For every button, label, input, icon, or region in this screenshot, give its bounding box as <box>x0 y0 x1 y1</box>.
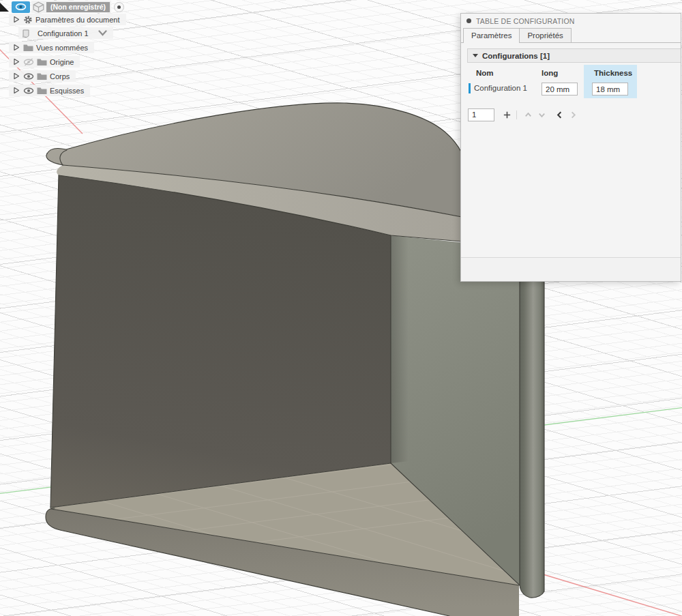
chevron-down-icon <box>537 111 546 119</box>
page-next-button[interactable] <box>566 108 580 121</box>
configurations-section-header[interactable]: Configurations [1] <box>467 48 681 63</box>
page-prev-button[interactable] <box>552 108 566 121</box>
document-title-chunk[interactable]: (Non enregistré) <box>31 1 111 13</box>
expand-arrow-icon[interactable] <box>12 15 20 24</box>
footer-divider <box>516 111 517 119</box>
fusion-360-window: (Non enregistré) Paramètres du document … <box>0 0 682 616</box>
section-collapse-triangle-icon[interactable] <box>473 54 478 57</box>
column-header-long[interactable]: long <box>542 69 558 77</box>
browser-item-configuration[interactable]: Configuration 1 <box>18 27 113 39</box>
document-title[interactable]: (Non enregistré) <box>46 2 110 12</box>
browser-item-sketches[interactable]: Esquisses <box>9 85 90 96</box>
add-row-button[interactable] <box>500 108 514 121</box>
folder-icon <box>37 58 47 66</box>
plus-icon <box>503 111 512 119</box>
panel-handle-icon[interactable] <box>466 18 471 23</box>
column-header-nom[interactable]: Nom <box>476 69 494 77</box>
eye-visible-icon[interactable] <box>23 87 34 95</box>
browser-item-label: Origine <box>50 58 74 66</box>
browser-item-named-views[interactable]: Vues nommées <box>9 42 94 53</box>
folder-icon <box>37 72 47 80</box>
panel-bottom-strip <box>461 257 681 281</box>
isolate-radio-icon[interactable] <box>114 2 124 12</box>
browser-item-label: Paramètres du document <box>35 16 120 24</box>
move-down-button[interactable] <box>535 108 548 121</box>
browser-item-bodies[interactable]: Corps <box>9 70 76 82</box>
tab-parametres[interactable]: Paramètres <box>463 28 520 42</box>
row-accent-bar <box>469 83 471 93</box>
row-name[interactable]: Configuration 1 <box>474 84 527 92</box>
configuration-sheet-icon <box>21 29 31 38</box>
panel-tabs: Paramètres Propriétés <box>461 28 681 43</box>
configuration-table-panel: TABLE DE CONFIGURATION Paramètres Propri… <box>460 13 681 282</box>
visibility-eye-button[interactable] <box>12 1 30 13</box>
browser-item-label: Esquisses <box>50 87 84 95</box>
section-label: Configurations [1] <box>482 52 550 60</box>
chevron-right-icon <box>569 111 578 119</box>
expand-arrow-icon[interactable] <box>12 43 20 52</box>
browser-item-label: Corps <box>50 72 70 80</box>
browser-item-document-settings[interactable]: Paramètres du document <box>9 14 126 25</box>
column-header-thickness[interactable]: Thickness <box>594 69 632 77</box>
browser-document-row[interactable]: (Non enregistré) <box>0 1 124 13</box>
long-value-input[interactable] <box>542 83 578 96</box>
folder-icon <box>23 44 33 52</box>
document-cube-icon <box>33 1 44 13</box>
thickness-value-input[interactable] <box>592 83 628 96</box>
browser-item-label: Configuration 1 <box>33 29 95 38</box>
browser-item-label: Vues nommées <box>36 44 88 52</box>
panel-title: TABLE DE CONFIGURATION <box>476 17 575 25</box>
x-axis-red-line-lower <box>541 574 682 616</box>
table-footer-controls <box>468 108 580 121</box>
eye-icon <box>15 3 27 11</box>
chevron-down-icon[interactable] <box>98 30 107 36</box>
eye-visible-icon[interactable] <box>23 72 34 80</box>
move-up-button[interactable] <box>521 108 535 121</box>
expand-arrow-icon[interactable] <box>12 57 20 66</box>
expand-arrow-icon[interactable] <box>12 86 20 95</box>
chevron-up-icon <box>524 111 533 119</box>
expand-arrow-icon[interactable] <box>12 72 20 80</box>
chevron-left-icon <box>555 111 564 119</box>
model-back-wall[interactable] <box>50 175 391 508</box>
gear-icon <box>23 15 33 25</box>
model-corner-shadow <box>391 235 409 463</box>
panel-empty-area <box>461 150 681 257</box>
collapse-triangle-icon[interactable] <box>0 3 9 12</box>
configuration-table: Nom long Thickness Configuration 1 <box>461 63 681 138</box>
panel-header[interactable]: TABLE DE CONFIGURATION <box>461 14 681 28</box>
model-right-panel-edge[interactable] <box>520 244 544 598</box>
tab-proprietes[interactable]: Propriétés <box>520 28 571 42</box>
folder-icon <box>37 87 47 95</box>
eye-hidden-icon[interactable] <box>23 58 34 66</box>
row-count-input[interactable] <box>468 108 494 121</box>
browser-item-origin[interactable]: Origine <box>9 56 80 68</box>
